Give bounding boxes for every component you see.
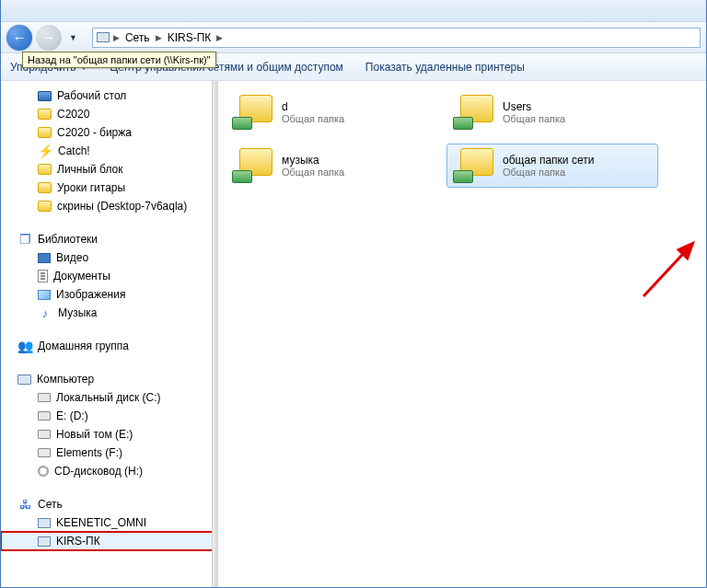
sidebar-item-label: E: (D:) bbox=[56, 409, 88, 422]
sidebar-item-label: Уроки гитары bbox=[57, 181, 125, 194]
document-icon bbox=[38, 270, 48, 282]
sidebar-item-cd[interactable]: CD-дисковод (H:) bbox=[1, 462, 217, 480]
chevron-right-icon: ▶ bbox=[113, 33, 120, 42]
sidebar-item[interactable]: C2020 bbox=[1, 105, 217, 123]
breadcrumb-root[interactable]: Сеть bbox=[123, 31, 152, 44]
computer-icon bbox=[17, 375, 31, 385]
homegroup-icon: 👥 bbox=[17, 339, 32, 353]
sidebar-item-label: Локальный диск (C:) bbox=[56, 391, 161, 404]
pc-icon bbox=[38, 518, 51, 528]
sidebar-item-drive[interactable]: Локальный диск (C:) bbox=[1, 388, 217, 407]
forward-button[interactable]: → bbox=[36, 25, 62, 51]
sidebar-item-label: Видео bbox=[56, 251, 88, 264]
folder-icon bbox=[38, 201, 52, 212]
sidebar-item-label: Новый том (E:) bbox=[56, 428, 133, 441]
sidebar-item-label: Catch! bbox=[58, 144, 90, 157]
back-arrow-icon: ← bbox=[13, 29, 27, 45]
navigation-pane[interactable]: Рабочий стол C2020 C2020 - биржа ⚡Catch!… bbox=[1, 81, 218, 587]
share-item[interactable]: музыка Общая папка bbox=[226, 144, 437, 188]
location-icon bbox=[97, 32, 110, 42]
shared-folder-icon bbox=[453, 148, 493, 183]
chevron-right-icon: ▶ bbox=[216, 33, 223, 42]
disk-icon bbox=[38, 448, 51, 457]
svg-line-0 bbox=[643, 243, 693, 296]
sidebar-item[interactable]: Уроки гитары bbox=[1, 179, 217, 197]
disk-icon bbox=[38, 393, 51, 402]
share-name: Users bbox=[503, 100, 565, 113]
sidebar-item-label: Рабочий стол bbox=[57, 89, 126, 102]
catch-icon: ⚡ bbox=[38, 144, 52, 158]
sidebar-item-label: KEENETIC_OMNI bbox=[56, 516, 146, 529]
sidebar-item-drive[interactable]: Elements (F:) bbox=[1, 444, 217, 462]
show-printers-button[interactable]: Показать удаленные принтеры bbox=[365, 61, 525, 74]
sidebar-network-header[interactable]: 🖧Сеть bbox=[1, 495, 217, 513]
share-item-selected[interactable]: общая папки сети Общая папка bbox=[446, 144, 658, 188]
share-subtitle: Общая папка bbox=[282, 113, 344, 124]
sidebar-computer-header[interactable]: Компьютер bbox=[1, 370, 217, 388]
sidebar-libraries-header[interactable]: ❐Библиотеки bbox=[1, 230, 217, 248]
picture-icon bbox=[38, 290, 51, 300]
sidebar-item-pictures[interactable]: Изображения bbox=[1, 285, 217, 304]
sidebar-item-label: скрины (Desktop-7v6aqla) bbox=[57, 200, 187, 213]
sidebar-item[interactable]: скрины (Desktop-7v6aqla) bbox=[1, 197, 217, 215]
sidebar-item-label: Домашняя группа bbox=[38, 340, 129, 352]
sidebar-item-network-pc-current[interactable]: KIRS-ПК bbox=[1, 532, 217, 550]
explorer-window: ← → ▼ ▶ Сеть ▶ KIRS-ПК ▶ Назад на "общая… bbox=[0, 0, 707, 588]
share-name: музыка bbox=[282, 154, 344, 167]
history-dropdown-icon[interactable]: ▼ bbox=[65, 33, 81, 42]
share-subtitle: Общая папка bbox=[282, 167, 344, 178]
video-icon bbox=[38, 253, 51, 263]
address-bar[interactable]: ▶ Сеть ▶ KIRS-ПК ▶ bbox=[92, 28, 701, 48]
sidebar-item-label: Elements (F:) bbox=[56, 446, 122, 459]
sidebar-item-drive[interactable]: E: (D:) bbox=[1, 407, 217, 425]
sidebar-item-label: Личный блок bbox=[57, 163, 123, 176]
back-button[interactable]: ← bbox=[6, 25, 32, 51]
chevron-right-icon: ▶ bbox=[156, 33, 162, 42]
sidebar-item[interactable]: ⚡Catch! bbox=[1, 142, 217, 160]
sidebar-item-label: Музыка bbox=[58, 306, 97, 319]
folder-icon bbox=[38, 182, 52, 193]
disk-icon bbox=[38, 411, 51, 421]
title-bar bbox=[1, 0, 706, 22]
content-pane[interactable]: d Общая папка Users Общая папка музыка bbox=[218, 81, 706, 587]
share-item[interactable]: Users Общая папка bbox=[446, 90, 658, 134]
network-icon: 🖧 bbox=[17, 497, 32, 512]
music-icon: ♪ bbox=[38, 306, 52, 320]
sidebar-item-label: Компьютер bbox=[37, 373, 94, 386]
library-icon: ❐ bbox=[17, 232, 32, 247]
sidebar-item-label: KIRS-ПК bbox=[56, 535, 100, 548]
pc-icon bbox=[38, 536, 51, 547]
shared-folder-icon bbox=[453, 95, 493, 130]
sidebar-scrollbar[interactable] bbox=[212, 81, 217, 587]
sidebar-item-label: Документы bbox=[53, 270, 110, 282]
sidebar-item-network-pc[interactable]: KEENETIC_OMNI bbox=[1, 513, 217, 532]
explorer-body: Рабочий стол C2020 C2020 - биржа ⚡Catch!… bbox=[1, 81, 706, 587]
sidebar-item-music[interactable]: ♪Музыка bbox=[1, 304, 217, 322]
shared-folder-icon bbox=[232, 148, 272, 183]
disk-icon bbox=[38, 430, 51, 439]
back-tooltip: Назад на "общая папки сети (\\Kirs-пк)" bbox=[22, 52, 216, 68]
sidebar-item-video[interactable]: Видео bbox=[1, 248, 217, 267]
sidebar-item-label: CD-дисковод (H:) bbox=[54, 465, 143, 478]
sidebar-item[interactable]: C2020 - биржа bbox=[1, 123, 217, 142]
sidebar-item-label: Библиотеки bbox=[38, 233, 98, 246]
folder-icon bbox=[38, 164, 52, 175]
sidebar-item-desktop[interactable]: Рабочий стол bbox=[1, 86, 217, 105]
sidebar-item-documents[interactable]: Документы bbox=[1, 267, 217, 285]
sidebar-item[interactable]: Личный блок bbox=[1, 160, 217, 179]
sidebar-item-label: C2020 bbox=[57, 108, 89, 121]
share-subtitle: Общая папка bbox=[503, 167, 594, 178]
desktop-icon bbox=[38, 91, 52, 101]
folder-icon bbox=[38, 109, 52, 120]
sidebar-item-drive[interactable]: Новый том (E:) bbox=[1, 425, 217, 444]
forward-arrow-icon: → bbox=[42, 29, 56, 45]
share-name: d bbox=[282, 100, 344, 113]
cd-icon bbox=[38, 466, 49, 477]
folder-grid: d Общая папка Users Общая папка музыка bbox=[226, 90, 699, 188]
share-subtitle: Общая папка bbox=[503, 113, 565, 124]
sidebar-homegroup-header[interactable]: 👥Домашняя группа bbox=[1, 337, 217, 355]
share-item[interactable]: d Общая папка bbox=[226, 90, 437, 134]
nav-bar: ← → ▼ ▶ Сеть ▶ KIRS-ПК ▶ bbox=[1, 22, 706, 53]
breadcrumb-node[interactable]: KIRS-ПК bbox=[166, 31, 214, 44]
folder-icon bbox=[38, 127, 52, 138]
